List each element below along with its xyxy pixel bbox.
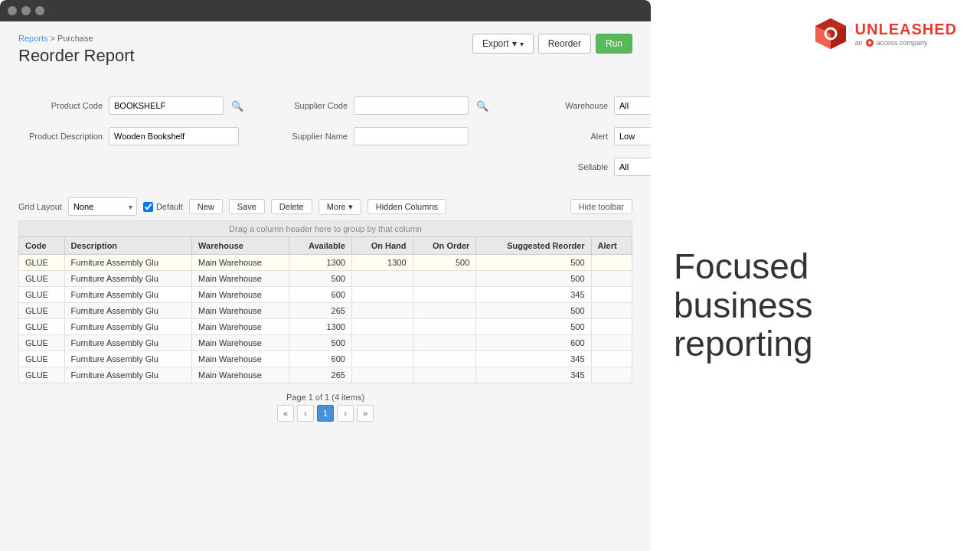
row-warehouse: Main Warehouse: [192, 335, 289, 351]
grid-toolbar: Grid Layout None Default Default New Sav…: [18, 197, 632, 216]
col-warehouse[interactable]: Warehouse: [192, 237, 289, 255]
logo-container: UNLEASHED an access company: [812, 15, 957, 52]
save-button[interactable]: Save: [229, 199, 265, 214]
row-alert: [591, 303, 632, 319]
sellable-row: Sellable All Yes No: [524, 158, 651, 176]
supplier-code-input[interactable]: [354, 96, 469, 115]
col-description[interactable]: Description: [64, 237, 192, 255]
row-description[interactable]: Furniture Assembly Glu: [64, 271, 192, 287]
table-row: GLUEFurniture Assembly GluMain Warehouse…: [19, 255, 632, 271]
row-warehouse: Main Warehouse: [192, 319, 289, 335]
supplier-code-search-button[interactable]: 🔍: [475, 100, 490, 112]
sellable-label: Sellable: [524, 162, 608, 171]
row-on-hand: [351, 351, 413, 367]
logo-text-unleashed: UNLEASHED: [855, 21, 957, 38]
row-code[interactable]: GLUE: [19, 303, 65, 319]
col-code[interactable]: Code: [19, 237, 65, 255]
row-description[interactable]: Furniture Assembly Glu: [64, 255, 192, 271]
default-checkbox-label[interactable]: Default: [143, 202, 183, 212]
col-suggested-reorder[interactable]: Suggested Reorder: [476, 237, 591, 255]
row-on-order: [413, 287, 476, 303]
marketing-line1: Focused business: [674, 247, 957, 324]
product-description-row: Product Description: [18, 127, 245, 145]
row-code[interactable]: GLUE: [19, 255, 65, 271]
marketing-line2: reporting: [674, 324, 957, 364]
col-available[interactable]: Available: [289, 237, 351, 255]
supplier-name-row: Supplier Name: [263, 127, 490, 145]
row-description[interactable]: Furniture Assembly Glu: [64, 351, 192, 367]
row-description[interactable]: Furniture Assembly Glu: [64, 367, 192, 383]
row-description[interactable]: Furniture Assembly Glu: [64, 319, 192, 335]
sellable-select[interactable]: All Yes No: [614, 158, 651, 176]
row-code[interactable]: GLUE: [19, 271, 65, 287]
product-description-input[interactable]: [109, 127, 239, 145]
product-code-search-button[interactable]: 🔍: [230, 100, 245, 112]
table-row: GLUEFurniture Assembly GluMain Warehouse…: [19, 335, 632, 351]
product-description-label: Product Description: [18, 132, 103, 141]
default-checkbox[interactable]: [143, 202, 153, 212]
row-available: 265: [289, 367, 351, 383]
row-code[interactable]: GLUE: [19, 351, 65, 367]
drag-hint: Drag a column header here to group by th…: [18, 220, 632, 236]
next-page-button[interactable]: ›: [337, 405, 354, 422]
table-row: GLUEFurniture Assembly GluMain Warehouse…: [19, 287, 632, 303]
hide-toolbar-button[interactable]: Hide toolbar: [570, 199, 632, 214]
grid-layout-select-wrapper: None Default: [68, 197, 137, 216]
alert-select[interactable]: Low All Medium High: [614, 127, 651, 145]
right-panel: UNLEASHED an access company Focused busi…: [651, 0, 980, 551]
header-actions: Export ▾ Reorder Run: [472, 34, 632, 54]
reorder-button[interactable]: Reorder: [538, 34, 591, 54]
row-suggested-reorder: 345: [476, 367, 591, 383]
hidden-columns-button[interactable]: Hidden Columns: [368, 199, 446, 214]
title-bar: [0, 0, 651, 21]
row-alert: [591, 287, 632, 303]
row-on-order: 500: [413, 255, 476, 271]
row-suggested-reorder: 500: [476, 319, 591, 335]
row-suggested-reorder: 500: [476, 271, 591, 287]
row-suggested-reorder: 345: [476, 351, 591, 367]
row-on-hand: [351, 319, 413, 335]
row-available: 500: [289, 335, 351, 351]
warehouse-select[interactable]: All Main Warehouse: [614, 96, 651, 115]
row-on-hand: [351, 303, 413, 319]
grid-layout-select[interactable]: None Default: [68, 197, 137, 216]
new-button[interactable]: New: [189, 199, 223, 214]
row-suggested-reorder: 345: [476, 287, 591, 303]
marketing-text: Focused business reporting: [674, 75, 957, 536]
row-code[interactable]: GLUE: [19, 319, 65, 335]
delete-button[interactable]: Delete: [271, 199, 312, 214]
row-on-hand: [351, 367, 413, 383]
warehouse-select-wrapper: All Main Warehouse: [614, 96, 651, 115]
filter-area: Product Code 🔍 Product Description Suppl…: [18, 90, 632, 188]
supplier-name-label: Supplier Name: [263, 132, 348, 141]
pagination-controls: « ‹ 1 › »: [18, 405, 632, 422]
row-code[interactable]: GLUE: [19, 287, 65, 303]
first-page-button[interactable]: «: [277, 405, 294, 422]
col-on-hand[interactable]: On Hand: [351, 237, 413, 255]
supplier-name-input[interactable]: [354, 127, 469, 145]
export-button[interactable]: Export ▾: [472, 34, 534, 54]
product-code-row: Product Code 🔍: [18, 96, 245, 115]
row-description[interactable]: Furniture Assembly Glu: [64, 335, 192, 351]
run-button[interactable]: Run: [596, 34, 632, 54]
prev-page-button[interactable]: ‹: [297, 405, 314, 422]
row-description[interactable]: Furniture Assembly Glu: [64, 303, 192, 319]
more-button[interactable]: More ▾: [318, 199, 361, 215]
row-warehouse: Main Warehouse: [192, 255, 289, 271]
maximize-dot: [35, 6, 44, 15]
last-page-button[interactable]: »: [357, 405, 374, 422]
row-on-order: [413, 351, 476, 367]
product-code-input[interactable]: [109, 96, 224, 115]
col-alert[interactable]: Alert: [591, 237, 632, 255]
row-code[interactable]: GLUE: [19, 367, 65, 383]
supplier-code-row: Supplier Code 🔍: [263, 96, 490, 115]
page-1-button[interactable]: 1: [317, 405, 334, 422]
page-header: Reports > Purchase Reorder Report Export…: [18, 34, 632, 78]
page-title: Reorder Report: [18, 46, 135, 66]
marketing-heading: Focused business reporting: [674, 247, 957, 364]
col-on-order[interactable]: On Order: [413, 237, 476, 255]
pagination-info: Page 1 of 1 (4 items): [18, 393, 632, 402]
breadcrumb-reports[interactable]: Reports: [18, 34, 48, 43]
row-code[interactable]: GLUE: [19, 335, 65, 351]
row-description[interactable]: Furniture Assembly Glu: [64, 287, 192, 303]
